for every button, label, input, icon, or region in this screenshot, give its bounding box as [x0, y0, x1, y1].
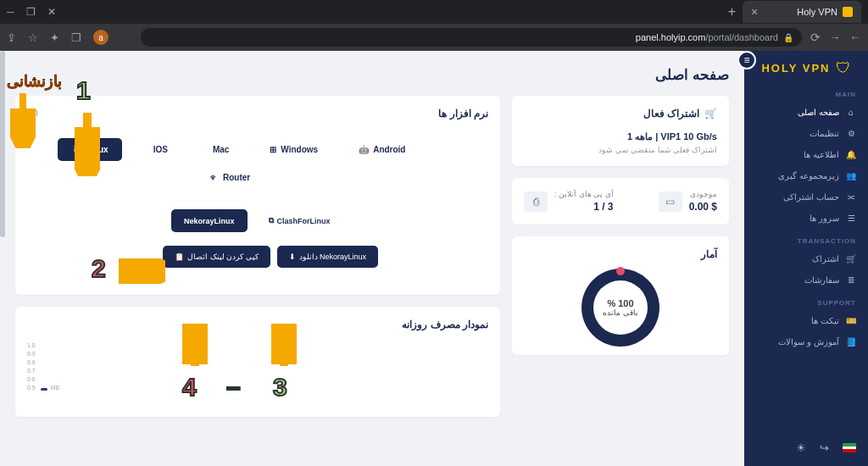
users-icon: 👥 — [846, 171, 856, 180]
donut-label: باقی مانده — [603, 308, 638, 317]
sidebar-item-notices[interactable]: 🔔اطلاعیه ها — [744, 144, 868, 165]
reload-button[interactable]: ⟳ — [810, 31, 821, 44]
close-tab-icon[interactable]: × — [751, 5, 758, 19]
refresh-icon[interactable]: ⟲ — [27, 108, 35, 119]
balance-label: موجودی — [689, 190, 717, 198]
home-icon: ⌂ — [846, 108, 856, 117]
client-tab-clash[interactable]: ⧉ClashForLinux — [256, 209, 343, 232]
sidebar-item-affiliate[interactable]: 👥زیرمجموعه گیری — [744, 165, 868, 186]
book-icon: 📘 — [846, 337, 856, 347]
browser-tab-strip: Holy VPN × + ─ ❐ ✕ — [0, 0, 868, 24]
sun-icon[interactable]: ☀ — [796, 441, 806, 454]
usage-bar — [41, 388, 47, 391]
close-window-icon[interactable]: ✕ — [47, 6, 56, 18]
os-tab-windows[interactable]: ⊞Windows — [256, 138, 331, 161]
client-tab-nekoray[interactable]: NekorayLinux — [171, 209, 248, 232]
bar-chart: MB — [36, 385, 488, 391]
sidebar-item-subscription[interactable]: 🛒اشتراک — [744, 248, 868, 269]
main-content: صفحه اصلی 🛒اشتراک فعال 1 ماهه | VIP1 10 … — [0, 51, 744, 466]
card-title-text: اشتراک فعال — [643, 108, 699, 119]
server-icon: ☰ — [846, 214, 856, 223]
donut-marker — [616, 267, 625, 275]
sidebar-item-settings[interactable]: ⚙تنظیمات — [744, 123, 868, 144]
unit-label: MB — [51, 385, 60, 391]
minimize-icon[interactable]: ─ — [7, 6, 14, 18]
page-title: صفحه اصلی — [15, 66, 729, 84]
balance-value: 0.00 $ — [689, 201, 717, 213]
sidebar-item-faq[interactable]: 📘آموزش و سوالات — [744, 331, 868, 352]
shield-icon: 🛡 — [836, 59, 851, 77]
android-icon: 🤖 — [359, 145, 369, 154]
os-tabs: 🐧Linux IOS Mac ⊞Windows 🤖Android — [27, 138, 488, 161]
scrollbar[interactable] — [0, 51, 5, 466]
scroll-thumb[interactable] — [0, 51, 5, 237]
profile-avatar[interactable]: a — [93, 30, 108, 45]
tab-title: Holy VPN — [797, 7, 837, 17]
sidebar-footer: ↪ ☀ — [744, 430, 868, 466]
sidebar-item-orders[interactable]: ≣سفارشات — [744, 269, 868, 291]
online-label: آی پی های آنلاین : — [554, 190, 614, 198]
daily-usage-card: نمودار مصرف روزانه 1.00.90.80.70.60.5 MB — [15, 307, 500, 417]
sidebar-item-home[interactable]: ⌂صفحه اصلی — [744, 102, 868, 123]
subscription-name: 1 ماهه | VIP1 10 Gb/s — [524, 131, 717, 142]
bell-icon: 🔔 — [846, 150, 856, 159]
sidebar-section-transaction: TRANSACTION — [744, 229, 868, 248]
action-buttons: 📋کپی کردن لینک اتصال ⬇دانلود NekorayLinu… — [27, 246, 488, 268]
ticket-icon: 🎫 — [846, 316, 856, 325]
active-subscription-card: 🛒اشتراک فعال 1 ماهه | VIP1 10 Gb/s اشترا… — [512, 96, 729, 166]
window-controls: ─ ❐ ✕ — [7, 6, 56, 18]
new-tab-button[interactable]: + — [728, 4, 736, 19]
linux-icon: 🐧 — [71, 145, 81, 154]
favicon — [843, 7, 853, 17]
browser-toolbar: ← → ⟳ 🔒 panel.holyip.com/portal/dashboar… — [0, 24, 868, 51]
copy-icon: 📋 — [175, 252, 184, 261]
sidebar-item-shared[interactable]: ⫘حساب اشتراکی — [744, 186, 868, 208]
sidebar-section-main: MAIN — [744, 82, 868, 102]
windows-icon: ⊞ — [270, 145, 276, 154]
share-nodes-icon: ⫘ — [846, 192, 856, 202]
list-icon: ≣ — [846, 275, 856, 285]
donut-percent: 100 % — [603, 298, 638, 308]
url-text: panel.holyip.com/portal/dashboard — [636, 32, 778, 42]
sidebar-item-tickets[interactable]: 🎫تیکت ها — [744, 310, 868, 331]
os-tab-router[interactable]: ᯤRouter — [197, 166, 264, 189]
sidebar-item-servers[interactable]: ☰سرور ها — [744, 208, 868, 229]
devices-icon: ⎙ — [524, 191, 548, 212]
lock-icon: 🔒 — [783, 33, 793, 42]
forward-button[interactable]: → — [829, 31, 841, 44]
logo: 🛡 HOLY VPN — [744, 51, 868, 82]
cart-icon: 🛒 — [846, 254, 856, 264]
download-button[interactable]: ⬇دانلود NekorayLinux — [277, 246, 379, 268]
share-icon[interactable]: ⇪ — [7, 31, 16, 44]
router-icon: ᯤ — [210, 173, 219, 182]
os-tab-android[interactable]: 🤖Android — [345, 138, 419, 161]
extensions-icon[interactable]: ✦ — [50, 31, 59, 44]
sidebar-section-support: SUPPORT — [744, 291, 868, 310]
card-title-text: نرم افزار ها — [438, 108, 488, 119]
os-tab-ios[interactable]: IOS — [136, 138, 181, 161]
download-icon: ⬇ — [289, 252, 296, 261]
browser-tab[interactable]: Holy VPN × — [743, 1, 861, 23]
clash-icon: ⧉ — [269, 216, 274, 225]
donut-chart: 100 %باقی مانده — [581, 269, 659, 347]
puzzle-icon[interactable]: ❐ — [71, 31, 81, 44]
os-tab-linux[interactable]: 🐧Linux — [58, 138, 122, 161]
card-title-text: آمار — [524, 248, 717, 260]
subscription-note: اشتراک فعلی شما منقضی نمی شود — [524, 146, 717, 154]
logout-icon[interactable]: ↪ — [820, 441, 829, 454]
address-bar[interactable]: 🔒 panel.holyip.com/portal/dashboard — [141, 28, 802, 47]
quick-stats-card: موجودی 0.00 $ ▭ آی پی های آنلاین : 1 / 3… — [512, 178, 729, 225]
logo-text: HOLY VPN — [761, 62, 830, 75]
flag-iran-icon[interactable] — [843, 443, 856, 452]
os-tab-mac[interactable]: Mac — [195, 138, 242, 161]
copy-link-button[interactable]: 📋کپی کردن لینک اتصال — [163, 246, 270, 268]
software-card: نرم افزار ها 🏷 ⟲ 🐧Linux IOS Mac ⊞Windows… — [15, 96, 500, 295]
y-axis: 1.00.90.80.70.60.5 — [27, 342, 36, 391]
star-icon[interactable]: ☆ — [28, 31, 38, 44]
wallet-icon: ▭ — [659, 191, 682, 212]
back-button[interactable]: ← — [849, 31, 861, 44]
cart-icon: 🛒 — [704, 108, 717, 119]
maximize-icon[interactable]: ❐ — [26, 6, 36, 18]
card-title-text: نمودار مصرف روزانه — [27, 319, 488, 330]
gear-icon: ⚙ — [846, 129, 856, 138]
